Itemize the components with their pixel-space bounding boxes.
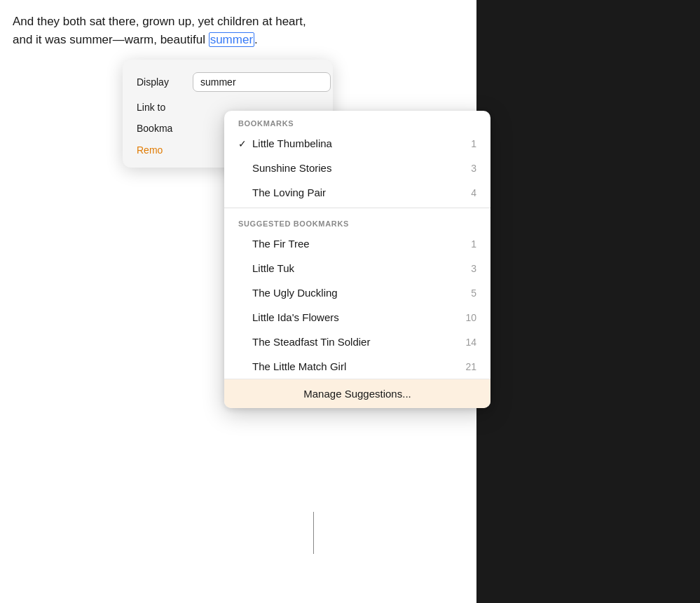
item-title: Little Thumbelina — [252, 137, 464, 149]
section-divider — [224, 208, 490, 208]
remove-label[interactable]: Remo — [137, 144, 163, 156]
item-title: The Little Match Girl — [252, 360, 458, 372]
item-number: 5 — [471, 287, 476, 299]
item-title: Little Ida's Flowers — [252, 311, 458, 323]
suggested-item-little-tuk[interactable]: Little Tuk 3 — [224, 256, 490, 280]
bookmarks-header: BOOKMARKS — [224, 111, 490, 131]
dropdown-menu: BOOKMARKS ✓ Little Thumbelina 1 Sunshine… — [224, 111, 490, 408]
bookmark-label: Bookma — [137, 123, 193, 134]
item-number: 3 — [471, 163, 476, 174]
display-input[interactable] — [193, 72, 331, 92]
body-text: And they both sat there, grown up, yet c… — [13, 13, 306, 48]
item-number: 10 — [465, 312, 476, 323]
suggested-item-ugly-duckling[interactable]: The Ugly Duckling 5 — [224, 280, 490, 305]
suggested-item-steadfast-tin-soldier[interactable]: The Steadfast Tin Soldier 14 — [224, 330, 490, 354]
checkmark-icon: ✓ — [238, 138, 252, 149]
item-title: Little Tuk — [252, 262, 464, 274]
item-number: 21 — [465, 361, 476, 372]
item-number: 3 — [471, 263, 476, 274]
suggested-bookmarks-header: SUGGESTED BOOKMARKS — [224, 211, 490, 231]
item-number: 4 — [471, 187, 476, 198]
body-text-line1: And they both sat there, grown up, yet c… — [13, 13, 306, 31]
item-number: 14 — [465, 337, 476, 348]
body-text-line2: and it was summer—warm, beautiful summer… — [13, 31, 306, 49]
item-title: The Steadfast Tin Soldier — [252, 336, 458, 348]
link-to-label: Link to — [137, 102, 193, 113]
item-title: The Loving Pair — [252, 187, 464, 198]
display-row: Display — [137, 72, 319, 92]
display-label: Display — [137, 76, 193, 88]
suggested-item-little-idas-flowers[interactable]: Little Ida's Flowers 10 — [224, 305, 490, 330]
manage-suggestions-button[interactable]: Manage Suggestions... — [224, 379, 490, 408]
bookmark-item-little-thumbelina[interactable]: ✓ Little Thumbelina 1 — [224, 131, 490, 156]
bookmark-item-sunshine-stories[interactable]: Sunshine Stories 3 — [224, 156, 490, 180]
vertical-connector-line — [313, 512, 314, 554]
item-title: Sunshine Stories — [252, 162, 464, 174]
suggested-item-little-match-girl[interactable]: The Little Match Girl 21 — [224, 354, 490, 379]
suggested-item-fir-tree[interactable]: The Fir Tree 1 — [224, 231, 490, 256]
item-number: 1 — [471, 238, 476, 250]
item-number: 1 — [471, 138, 476, 149]
bookmark-item-loving-pair[interactable]: The Loving Pair 4 — [224, 180, 490, 205]
item-title: The Fir Tree — [252, 238, 464, 250]
item-title: The Ugly Duckling — [252, 287, 464, 299]
highlighted-summer: summer — [209, 32, 254, 47]
